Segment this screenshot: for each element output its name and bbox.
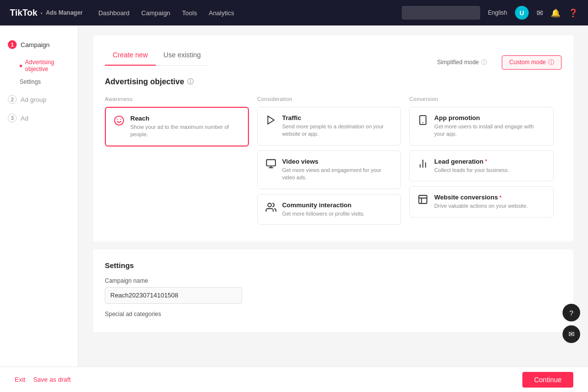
obj-video-views[interactable]: Video views Get more views and engagemen…: [257, 150, 401, 189]
sidebar-step-ad[interactable]: 3 Ad: [0, 109, 78, 127]
website-conversions-content: Website conversions * Drive valuable act…: [434, 194, 528, 210]
sidebar-step-campaign[interactable]: 1 Campaign: [0, 35, 78, 54]
svg-marker-3: [268, 116, 274, 124]
continue-button[interactable]: Continue: [522, 372, 573, 388]
language-selector[interactable]: English: [488, 9, 507, 16]
footer-left: Exit Save as draft: [15, 376, 71, 383]
bell-icon[interactable]: 🔔: [551, 8, 561, 18]
custom-mode-button[interactable]: Custom mode ⓘ: [502, 55, 562, 70]
simplified-info-icon: ⓘ: [481, 58, 487, 67]
simplified-mode-button[interactable]: Simplified mode ⓘ: [430, 56, 494, 69]
tab-create-new[interactable]: Create new: [105, 47, 156, 66]
svg-rect-13: [419, 196, 427, 204]
community-interaction-name: Community interaction: [282, 201, 365, 209]
topnav: TikTok · Ads Manager Dashboard Campaign …: [0, 0, 588, 25]
floating-buttons: ? ✉: [563, 304, 580, 343]
mode-switcher: Simplified mode ⓘ Custom mode ⓘ: [430, 55, 562, 70]
sidebar-item-settings-label: Settings: [20, 78, 41, 85]
nav-analytics[interactable]: Analytics: [209, 9, 234, 17]
app-subtitle: Ads Manager: [46, 9, 82, 16]
reach-content: Reach Show your ad to the maximum number…: [130, 115, 240, 139]
nav-dashboard[interactable]: Dashboard: [98, 9, 130, 17]
settings-title: Settings: [105, 261, 562, 270]
sidebar-step-ad-label: Ad: [21, 115, 28, 122]
active-dot: [20, 65, 22, 67]
mail-icon[interactable]: ✉: [537, 8, 543, 18]
footer: Exit Save as draft Continue: [0, 367, 588, 392]
lead-generation-name: Lead generation *: [434, 158, 509, 165]
traffic-desc: Send more people to a destination on you…: [282, 123, 393, 138]
save-draft-button[interactable]: Save as draft: [33, 376, 71, 383]
objectives-grid: Awareness Reach Show you: [105, 96, 562, 230]
app-logo: TikTok · Ads Manager: [10, 8, 83, 18]
campaign-name-group: Campaign name: [105, 277, 562, 304]
video-views-icon: [266, 158, 276, 172]
topnav-right: English U ✉ 🔔 ❓: [402, 6, 578, 20]
step-number-2: 2: [8, 95, 17, 104]
svg-rect-4: [266, 160, 275, 166]
reach-icon: [114, 115, 124, 128]
lead-generation-desc: Collect leads for your business.: [434, 167, 509, 174]
app-promotion-icon: [417, 115, 428, 128]
advertising-objective-info-icon[interactable]: ⓘ: [187, 77, 194, 86]
consideration-column: Consideration Traffic Send more people t…: [257, 96, 410, 230]
app-promotion-desc: Get more users to install and engage wit…: [434, 123, 545, 138]
sidebar-step-adgroup-label: Ad group: [21, 96, 47, 103]
help-icon[interactable]: ❓: [568, 8, 578, 18]
campaign-card: Create new Use existing Simplified mode …: [93, 35, 573, 242]
campaign-name-input[interactable]: [105, 287, 242, 304]
sidebar-item-settings[interactable]: Settings: [0, 75, 78, 88]
sidebar-step-adgroup[interactable]: 2 Ad group: [0, 90, 78, 109]
sidebar-item-advertising-objective[interactable]: Advertising objective: [0, 56, 78, 75]
reach-name: Reach: [130, 115, 240, 122]
special-ad-label: Special ad categories: [105, 311, 562, 318]
tab-use-existing[interactable]: Use existing: [156, 47, 209, 66]
campaign-name-label: Campaign name: [105, 277, 562, 284]
app-name: TikTok: [10, 8, 37, 18]
sidebar-item-advertising-objective-label: Advertising objective: [25, 59, 70, 73]
obj-lead-generation[interactable]: Lead generation * Collect leads for your…: [409, 150, 554, 181]
app-promotion-content: App promotion Get more users to install …: [434, 114, 545, 138]
lead-generation-content: Lead generation * Collect leads for your…: [434, 158, 509, 174]
community-interaction-desc: Get more followers or profile visits.: [282, 210, 365, 218]
traffic-content: Traffic Send more people to a destinatio…: [282, 114, 393, 138]
conversion-label: Conversion: [409, 96, 554, 102]
video-views-name: Video views: [282, 158, 393, 165]
obj-app-promotion[interactable]: App promotion Get more users to install …: [409, 107, 554, 146]
step-number-3: 3: [8, 114, 17, 122]
traffic-icon: [266, 115, 276, 128]
awareness-label: Awareness: [105, 96, 249, 102]
nav-links: Dashboard Campaign Tools Analytics: [98, 9, 234, 17]
special-ad-group: Special ad categories: [105, 311, 562, 318]
mode-tabs: Create new Use existing: [105, 47, 209, 66]
website-conversions-badge: *: [499, 195, 501, 200]
exit-button[interactable]: Exit: [15, 376, 25, 383]
avatar[interactable]: U: [515, 6, 529, 20]
floating-message-button[interactable]: ✉: [563, 325, 580, 343]
obj-website-conversions[interactable]: Website conversions * Drive valuable act…: [409, 186, 554, 217]
awareness-column: Awareness Reach Show you: [105, 96, 257, 230]
sidebar-step-campaign-label: Campaign: [21, 41, 49, 49]
obj-community-interaction[interactable]: Community interaction Get more followers…: [257, 194, 401, 225]
search-input[interactable]: [402, 6, 480, 20]
conversion-column: Conversion App promotion Get more users …: [409, 96, 562, 230]
website-conversions-desc: Drive valuable actions on your website.: [434, 202, 528, 210]
floating-help-button[interactable]: ?: [563, 304, 580, 321]
community-interaction-icon: [266, 202, 276, 215]
lead-generation-badge: *: [485, 158, 487, 164]
svg-point-0: [115, 116, 123, 125]
step-number-1: 1: [8, 40, 17, 49]
sidebar: 1 Campaign Advertising objective Setting…: [0, 25, 78, 392]
nav-campaign[interactable]: Campaign: [141, 9, 170, 17]
video-views-desc: Get more views and engagement for your v…: [282, 167, 393, 182]
nav-tools[interactable]: Tools: [182, 9, 197, 17]
svg-point-7: [268, 203, 271, 206]
obj-reach[interactable]: Reach Show your ad to the maximum number…: [105, 107, 249, 147]
obj-traffic[interactable]: Traffic Send more people to a destinatio…: [257, 107, 401, 146]
sidebar-sub-campaign: Advertising objective Settings: [0, 54, 78, 90]
main-content: Create new Use existing Simplified mode …: [78, 25, 588, 392]
footer-right: Continue: [522, 372, 573, 388]
custom-info-icon: ⓘ: [548, 58, 554, 67]
tabs-row: Create new Use existing Simplified mode …: [105, 47, 562, 77]
lead-generation-icon: [417, 158, 428, 172]
